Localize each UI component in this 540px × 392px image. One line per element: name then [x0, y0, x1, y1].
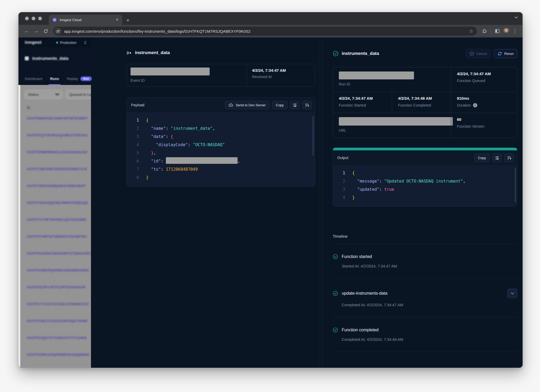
line-content: { [146, 116, 148, 125]
code-line: 5 }, [127, 149, 315, 157]
code-line: 7 "ts": 1712068487049 [127, 165, 315, 174]
code-token: , [153, 151, 156, 155]
filter-status[interactable]: Status [24, 90, 63, 99]
inngest-logo[interactable]: inngest [25, 40, 42, 45]
duration-info-icon[interactable]: i [473, 103, 477, 107]
received-at-value: 4/2/24, 7:34:47 AM [252, 68, 310, 73]
function-completed-cell: 4/2/24, 7:34:48 AM Function Completed [392, 92, 451, 113]
run-id-link[interactable]: 01HTFJ3B1PB27EWGK5Z0M6JYC8 [24, 164, 88, 181]
site-settings-icon[interactable] [55, 28, 61, 35]
close-tab-icon[interactable]: × [115, 17, 119, 22]
tab-search-button[interactable] [514, 16, 518, 19]
code-line: 4} [333, 194, 517, 202]
back-icon[interactable]: ← [22, 27, 31, 36]
payload-title: Payload [131, 103, 144, 107]
function-title: instruments_data [25, 56, 85, 61]
run-id-link[interactable]: 01HTFG3BKPQSR8E4A8S0BRARRN [24, 266, 88, 283]
side-panel-icon[interactable] [493, 27, 502, 35]
reload-icon[interactable] [41, 27, 50, 36]
inngest-app: inngest Production instruments_data Dash… [18, 37, 523, 368]
run-id-link[interactable]: 01HTFJ94HVE0BQ48AF4DM13E9T [24, 181, 88, 198]
expand-step-button[interactable] [507, 289, 517, 298]
duration-value: 810ms [457, 96, 511, 101]
code-token [146, 167, 151, 172]
function-version-label: Function Version [457, 124, 511, 128]
code-line: 4 "displayCode": "OCTO:NASDAQ" [127, 141, 315, 149]
maximize-window-button[interactable] [38, 17, 42, 20]
rerun-button[interactable]: Rerun [494, 49, 517, 58]
forward-icon[interactable]: → [32, 27, 41, 36]
bookmark-star-icon[interactable]: ☆ [469, 28, 473, 34]
output-copy-button[interactable]: Copy [474, 154, 490, 162]
payload-scrollbar[interactable] [312, 116, 314, 156]
cancel-label: Cancel [476, 52, 487, 56]
sidebar-tab-runs[interactable]: Runs [50, 72, 59, 85]
send-to-dev-server-button[interactable]: Send to Dev Server [225, 101, 269, 109]
environment-selector[interactable]: Production [56, 41, 76, 45]
run-id-link[interactable]: 01HTF7C7HF7RVN0S1Q3YD2S3BK [24, 215, 88, 232]
payload-wrap-text-button[interactable] [290, 101, 300, 109]
payload-copy-button[interactable]: Copy [272, 101, 287, 109]
code-token: : [379, 179, 384, 184]
run-header: instruments_data Cancel Rerun [333, 49, 517, 58]
extensions-puzzle-icon[interactable] [480, 27, 489, 35]
payload-header: Payload Send to Dev Server Copy [127, 98, 315, 112]
profile-avatar[interactable] [502, 27, 510, 35]
code-token: , [238, 159, 240, 164]
new-tab-button[interactable]: + [126, 17, 129, 23]
code-token: } [352, 195, 355, 200]
timeline-item: Function completedCompleted At: 4/2/2024… [333, 317, 517, 352]
output-header: Output Copy [333, 150, 517, 165]
environment-caret-icon[interactable] [84, 41, 87, 45]
sidebar-tab-replay[interactable]: ReplayNew [67, 72, 92, 85]
sidebar-tab-dashboard[interactable]: Dashboard [25, 72, 42, 85]
line-content: } [352, 194, 355, 202]
run-id-link[interactable]: 01HTFKMBPMD0ZAJ4AG04K03A02 [24, 147, 88, 164]
run-id-link[interactable]: 01HTFHYWF32TSB9HGT01F5BTBJ [24, 232, 88, 249]
line-number: 3 [333, 185, 345, 194]
cancel-minus-circle-icon [470, 51, 474, 56]
run-id-link[interactable]: 01HTFHXGR0CWNHSWYST3NAVGRC [24, 249, 88, 266]
code-token: { [352, 171, 355, 175]
run-id-link[interactable]: 01HTF7EDA6Q238SJWNHYE8Q2QG [24, 198, 88, 215]
toolbar-divider [491, 28, 491, 34]
inngest-favicon-icon [52, 17, 57, 22]
run-id-link[interactable]: 01HTFCWZ7CZ2X3AZM75QEYNH8F [24, 316, 88, 333]
function-queued-cell: 4/2/24, 7:34:47 AM Function Queued [451, 67, 517, 92]
step-success-check-icon [333, 254, 338, 259]
run-id-link[interactable]: 01HTFCR9KAPQP0R8PZK3MQNMX8 [24, 350, 88, 367]
code-token: "OCTO:NASDAQ" [193, 142, 225, 147]
code-token: "Updated OCTO:NASDAQ instrument" [384, 179, 463, 184]
filter-label: Status [28, 93, 39, 97]
run-id-link[interactable]: 01HTFC5QG7ZYVXNZVC7VT1Z4K6 [24, 333, 88, 350]
function-square-icon [25, 56, 29, 60]
browser-tab[interactable]: Inngest Cloud × [49, 15, 122, 25]
browser-menu-icon[interactable]: ⋮ [511, 28, 519, 34]
filter-date-range[interactable]: Queued in Last 3 Days [65, 90, 91, 99]
close-window-button[interactable] [25, 17, 29, 20]
run-id-link[interactable]: 01HTFCYYZGYGVGDKJVP82NKXCZ [24, 299, 88, 316]
run-details-card: Run ID 4/2/24, 7:34:47 AM Function Queue… [333, 67, 517, 138]
run-id-cell: Run ID [333, 67, 451, 92]
output-scrollbar[interactable] [515, 168, 516, 202]
code-line: 3 "data": { [127, 133, 315, 141]
output-expand-button[interactable] [504, 154, 514, 162]
code-token: { [146, 118, 148, 123]
address-bar[interactable]: app.inngest.com/env/production/functions… [53, 27, 477, 36]
line-number: 5 [127, 149, 139, 157]
cancel-button[interactable]: Cancel [466, 49, 490, 58]
received-at-cell: 4/2/24, 7:34:47 AM Received At [247, 64, 315, 87]
url-text[interactable]: app.inngest.com/env/production/functions… [64, 29, 466, 34]
minimize-window-button[interactable] [32, 17, 35, 20]
code-token: , [213, 126, 215, 131]
run-success-check-icon [333, 51, 339, 56]
line-content: "displayCode": "OCTO:NASDAQ" [146, 141, 225, 149]
payload-expand-button[interactable] [302, 101, 312, 109]
output-wrap-text-button[interactable] [492, 154, 502, 162]
run-id-link[interactable]: 01HTFKQT1M7RSJQABEXYF0K0S2 [24, 131, 88, 147]
code-token: : [166, 134, 171, 139]
line-number: 4 [127, 141, 139, 149]
sidebar-tabs: DashboardRunsReplayNew [25, 72, 88, 85]
run-id-link[interactable]: 01HTFEG3FVJP7FZJP7EA5KN3JR [24, 283, 88, 299]
run-id-link[interactable]: 01HTFN86XV8CXW8785TW7E3WDY [24, 114, 88, 131]
